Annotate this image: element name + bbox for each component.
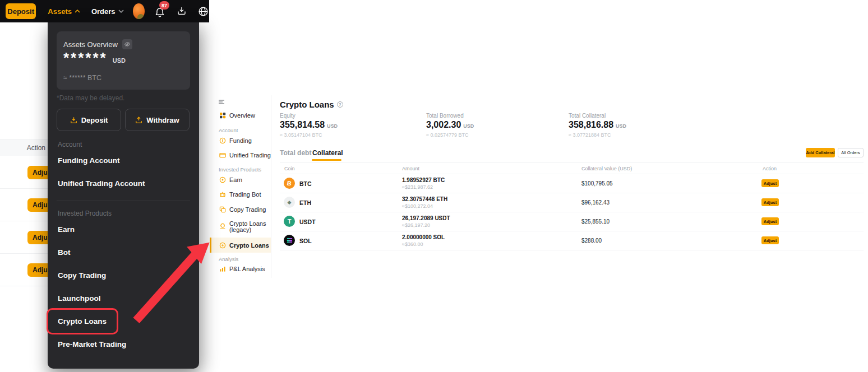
amount: 32.30757448 ETH bbox=[402, 196, 447, 202]
divider bbox=[280, 193, 864, 193]
menu-item-unified-trading-account[interactable]: Unified Trading Account bbox=[58, 179, 145, 188]
sidebar-item-label: Trading Bot bbox=[229, 191, 261, 198]
amount-usd: ≈$231,987.62 bbox=[402, 184, 433, 190]
tab-total-debt[interactable]: Total debt bbox=[280, 149, 311, 157]
sol-coin-icon bbox=[284, 235, 295, 246]
withdraw-icon bbox=[135, 117, 142, 124]
notification-badge: 87 bbox=[159, 1, 169, 10]
dropdown-withdraw-button[interactable]: Withdraw bbox=[125, 109, 190, 131]
col-header-amount: Amount bbox=[402, 166, 419, 171]
equity-currency: USD bbox=[327, 123, 338, 129]
assets-overview-card: Assets Overview ****** USD ≈ ****** BTC bbox=[57, 31, 190, 90]
language-button[interactable] bbox=[197, 5, 209, 17]
divider bbox=[280, 250, 864, 250]
deposit-button[interactable]: Deposit bbox=[6, 3, 36, 19]
sidebar-item-label: Unified Trading bbox=[229, 152, 271, 159]
equity-amount: 355,814.58 bbox=[280, 120, 325, 130]
tab-collateral[interactable]: Collateral bbox=[312, 149, 343, 157]
amount-usd: ≈$100,272.04 bbox=[402, 203, 433, 209]
sidebar-item-earn[interactable]: Earn bbox=[219, 176, 242, 183]
deposit-icon bbox=[70, 117, 77, 124]
eye-off-icon bbox=[124, 41, 131, 48]
menu-item-funding-account[interactable]: Funding Account bbox=[58, 156, 119, 165]
download-icon bbox=[176, 6, 187, 17]
avatar-detail bbox=[137, 14, 144, 19]
menu-item-launchpool[interactable]: Launchpool bbox=[58, 294, 101, 303]
sidebar-section-invested-products: Invested Products bbox=[219, 166, 261, 173]
coin-symbol: ETH bbox=[299, 199, 311, 206]
menu-item-earn[interactable]: Earn bbox=[58, 225, 75, 234]
amount: 1.98952927 BTC bbox=[402, 177, 445, 183]
adjust-button[interactable]: Adjust bbox=[761, 198, 779, 206]
hamburger-icon bbox=[218, 99, 225, 105]
total-borrowed-currency: USD bbox=[463, 123, 474, 129]
notification-bell[interactable]: 87 bbox=[154, 3, 166, 19]
funding-icon bbox=[219, 137, 226, 144]
col-header-action: Action bbox=[763, 166, 777, 171]
divider bbox=[0, 221, 48, 221]
amount: 2.00000000 SOL bbox=[402, 234, 445, 240]
toggle-balance-visibility[interactable] bbox=[122, 39, 132, 49]
amount-usd: ≈$360.00 bbox=[402, 241, 423, 247]
adjust-button[interactable]: Adjust bbox=[761, 236, 779, 244]
sidebar-collapse-button[interactable] bbox=[218, 99, 225, 105]
total-collateral-value: 358,816.88 USD bbox=[569, 120, 626, 130]
page-title: Crypto Loans ? bbox=[280, 100, 343, 109]
total-borrowed-label: Total Borrowed bbox=[426, 113, 464, 119]
sidebar-item-label: Earn bbox=[229, 176, 242, 183]
adjust-button[interactable]: Adjust bbox=[761, 217, 779, 225]
total-collateral-btc: ≈ 3.07721884 BTC bbox=[569, 132, 611, 138]
adjust-button[interactable]: Adjust bbox=[761, 179, 779, 187]
sidebar-item-funding[interactable]: Funding bbox=[219, 137, 252, 144]
action-column-header: Action bbox=[27, 144, 45, 152]
sidebar-item-label: P&L Analysis bbox=[229, 266, 265, 272]
sidebar-item-crypto-loans-active[interactable]: Crypto Loans bbox=[210, 238, 271, 253]
amount: 26,197.2089 USDT bbox=[402, 215, 450, 221]
account-section-label: Account bbox=[58, 141, 82, 148]
usdt-coin-icon: T bbox=[284, 216, 295, 227]
sidebar-item-crypto-loans-legacy[interactable]: Crypto Loans (legacy) bbox=[219, 221, 272, 233]
total-borrowed-amount: 3,002.30 bbox=[426, 120, 461, 130]
nav-assets-menu[interactable]: Assets bbox=[48, 7, 80, 16]
collateral-value: $25,855.10 bbox=[581, 218, 610, 225]
add-collateral-button[interactable]: Add Collateral bbox=[806, 148, 835, 157]
balance-btc-approx: ≈ ****** BTC bbox=[63, 74, 101, 82]
nav-assets-label: Assets bbox=[48, 7, 72, 16]
menu-item-bot[interactable]: Bot bbox=[58, 248, 71, 257]
sidebar-item-label: Crypto Loans bbox=[229, 242, 269, 249]
nav-orders-menu[interactable]: Orders bbox=[91, 7, 124, 16]
masked-balance: ****** bbox=[63, 49, 108, 67]
eth-coin-icon: ◆ bbox=[284, 197, 295, 208]
sidebar-section-account: Account bbox=[219, 127, 238, 133]
dropdown-deposit-button[interactable]: Deposit bbox=[57, 109, 121, 131]
crypto-loans-legacy-icon bbox=[219, 223, 226, 230]
all-orders-button[interactable]: All Orders bbox=[838, 148, 864, 157]
divider bbox=[57, 201, 190, 201]
page-title-text: Crypto Loans bbox=[280, 100, 334, 109]
sidebar-item-overview[interactable]: Overview bbox=[219, 112, 255, 119]
help-icon[interactable]: ? bbox=[337, 101, 343, 108]
download-button[interactable] bbox=[176, 5, 187, 17]
trading-bot-icon bbox=[219, 191, 226, 198]
sidebar-item-unified-trading[interactable]: Unified Trading bbox=[219, 152, 271, 159]
equity-value: 355,814.58 USD bbox=[280, 120, 338, 130]
chevron-up-icon bbox=[75, 10, 80, 13]
divider bbox=[280, 174, 864, 174]
col-header-collateral-value: Collateral Value (USD) bbox=[581, 166, 632, 171]
copy-trading-icon bbox=[219, 206, 226, 213]
sidebar-item-pnl-analysis[interactable]: P&L Analysis bbox=[219, 266, 265, 272]
menu-item-copy-trading[interactable]: Copy Trading bbox=[58, 271, 106, 280]
top-navbar: Deposit Assets Orders 87 bbox=[0, 0, 209, 22]
avatar[interactable] bbox=[133, 3, 145, 19]
menu-item-pre-market-trading[interactable]: Pre-Market Trading bbox=[58, 340, 126, 348]
earn-icon bbox=[219, 176, 226, 183]
collateral-value: $96,162.43 bbox=[581, 199, 610, 206]
balance-currency: USD bbox=[113, 57, 126, 64]
annotation-highlight-box bbox=[47, 308, 118, 334]
screen: Action Adjust Adjust Adjust Adjust Depos… bbox=[0, 0, 868, 372]
btc-coin-icon: B bbox=[284, 178, 295, 189]
collateral-value: $288.00 bbox=[581, 238, 602, 244]
total-borrowed-btc: ≈ 0.02574779 BTC bbox=[426, 132, 469, 138]
sidebar-item-copy-trading[interactable]: Copy Trading bbox=[219, 206, 266, 213]
sidebar-item-trading-bot[interactable]: Trading Bot bbox=[219, 191, 261, 198]
